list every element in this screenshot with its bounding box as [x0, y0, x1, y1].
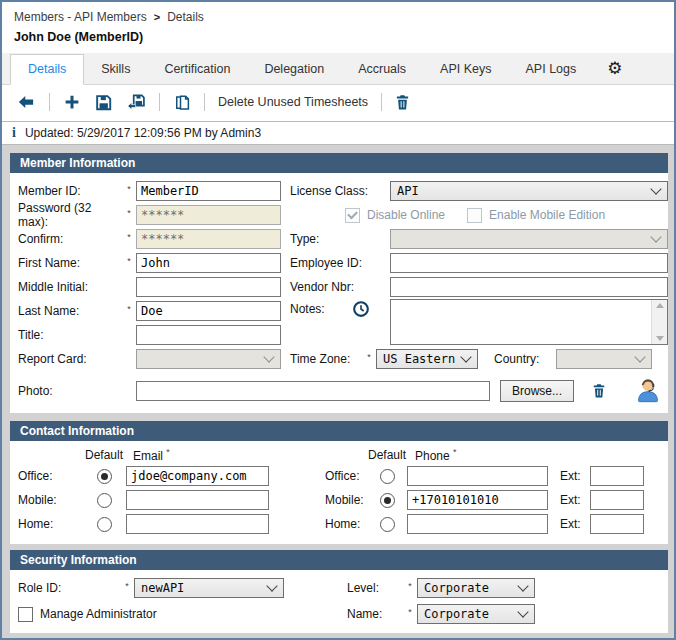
employee-id-label: Employee ID:: [290, 256, 376, 270]
title-input[interactable]: [136, 325, 281, 345]
chevron-down-icon: [517, 580, 528, 591]
save-button[interactable]: [94, 93, 113, 112]
photo-path-input[interactable]: [136, 381, 490, 401]
toolbar: Delete Unused Timesheets: [2, 85, 674, 119]
email-office-input[interactable]: [126, 466, 269, 486]
page-title: John Doe (MemberID): [14, 30, 662, 44]
email-mobile-input[interactable]: [126, 490, 269, 510]
employee-id-input[interactable]: [390, 253, 668, 273]
phone-default-column-header: Default: [367, 448, 407, 462]
form-content: Member Information Member ID: * Password…: [2, 145, 674, 640]
first-name-input[interactable]: [136, 253, 281, 273]
name-label: Name:: [347, 607, 403, 621]
required-mark: *: [403, 607, 417, 617]
tab-api-logs[interactable]: API Logs: [509, 54, 594, 84]
tab-details[interactable]: Details: [10, 54, 84, 85]
report-card-select[interactable]: [136, 349, 281, 369]
phone-mobile-ext-input[interactable]: [590, 490, 644, 510]
phone-home-ext-input[interactable]: [590, 514, 644, 534]
status-bar: i Updated: 5/29/2017 12:09:56 PM by Admi…: [2, 121, 674, 145]
chevron-down-icon: [634, 351, 645, 362]
phone-office-default-radio[interactable]: [380, 469, 395, 484]
time-zone-select[interactable]: US Eastern: [376, 349, 478, 369]
scroll-up-icon: [656, 303, 664, 308]
notes-history-clock-button[interactable]: [352, 299, 390, 318]
delete-photo-button[interactable]: [592, 383, 606, 399]
confirm-password-label: Confirm:: [18, 232, 122, 246]
last-name-input[interactable]: [136, 301, 281, 321]
tab-delegation[interactable]: Delegation: [247, 54, 341, 84]
breadcrumb-parent-link[interactable]: Members - API Members: [14, 10, 147, 24]
manage-administrator-label: Manage Administrator: [40, 607, 157, 621]
delete-member-button[interactable]: [395, 94, 410, 111]
type-select[interactable]: [390, 229, 668, 249]
delete-unused-timesheets-button[interactable]: Delete Unused Timesheets: [218, 95, 368, 109]
email-home-input[interactable]: [126, 514, 269, 534]
country-label: Country:: [494, 352, 548, 366]
chevron-down-icon: [460, 351, 471, 362]
middle-initial-input[interactable]: [136, 277, 281, 297]
browse-button[interactable]: Browse...: [500, 380, 574, 402]
email-mobile-default-radio[interactable]: [97, 493, 112, 508]
tab-skills[interactable]: Skills: [84, 54, 147, 84]
required-mark: *: [403, 581, 417, 591]
tab-certification[interactable]: Certification: [147, 54, 247, 84]
copy-document-icon: [173, 93, 191, 112]
report-card-label: Report Card:: [18, 352, 122, 366]
back-button[interactable]: [16, 93, 36, 111]
breadcrumb: Members - API Members > Details: [14, 10, 662, 24]
photo-label: Photo:: [18, 384, 122, 398]
disable-online-checkbox[interactable]: [345, 208, 360, 223]
role-id-label: Role ID:: [18, 581, 120, 595]
copy-button[interactable]: [173, 93, 191, 112]
required-mark: *: [120, 581, 134, 591]
tab-bar: Details Skills Certification Delegation …: [2, 53, 674, 85]
phone-home-ext-label: Ext:: [548, 517, 590, 531]
role-id-select[interactable]: newAPI: [134, 578, 284, 598]
security-information-panel: Role ID: * newAPI Level: * Corporate Man…: [10, 570, 668, 633]
phone-home-default-radio[interactable]: [380, 517, 395, 532]
notes-textarea[interactable]: [390, 299, 668, 345]
phone-mobile-ext-label: Ext:: [548, 493, 590, 507]
member-id-input[interactable]: [136, 181, 281, 201]
vendor-nbr-input[interactable]: [390, 277, 668, 297]
required-mark: *: [122, 232, 136, 242]
level-label: Level:: [347, 581, 403, 595]
chevron-down-icon: [517, 606, 528, 617]
name-select[interactable]: Corporate: [417, 604, 535, 624]
email-default-column-header: Default: [82, 448, 126, 462]
country-select[interactable]: [556, 349, 652, 369]
tab-api-keys[interactable]: API Keys: [423, 54, 508, 84]
license-class-label: License Class:: [290, 184, 376, 198]
back-arrow-icon: [16, 93, 36, 111]
phone-office-ext-input[interactable]: [590, 466, 644, 486]
license-class-select[interactable]: API: [390, 181, 668, 201]
enable-mobile-edition-checkbox[interactable]: [467, 208, 482, 223]
phone-mobile-default-radio[interactable]: [380, 493, 395, 508]
chevron-down-icon: [266, 580, 277, 591]
phone-office-input[interactable]: [407, 466, 548, 486]
info-icon: i: [12, 125, 16, 141]
phone-home-input[interactable]: [407, 514, 548, 534]
tab-accruals[interactable]: Accruals: [341, 54, 423, 84]
settings-gear-icon[interactable]: ⚙: [607, 54, 622, 84]
save-and-return-button[interactable]: [126, 93, 146, 112]
phone-mobile-input[interactable]: [407, 490, 548, 510]
email-office-default-radio[interactable]: [97, 469, 112, 484]
level-select[interactable]: Corporate: [417, 578, 535, 598]
add-button[interactable]: [63, 93, 81, 111]
email-home-default-radio[interactable]: [97, 517, 112, 532]
enable-mobile-edition-label: Enable Mobile Edition: [489, 208, 605, 222]
page-header: Members - API Members > Details John Doe…: [2, 2, 674, 44]
member-id-label: Member ID:: [18, 184, 122, 198]
phone-home-label: Home:: [325, 517, 367, 531]
manage-administrator-checkbox[interactable]: [18, 607, 33, 622]
updated-status-text: Updated: 5/29/2017 12:09:56 PM by Admin3: [25, 126, 261, 140]
chevron-down-icon: [263, 351, 274, 362]
security-information-header: Security Information: [10, 550, 668, 570]
required-mark: *: [122, 256, 136, 266]
confirm-password-field[interactable]: [136, 229, 281, 249]
toolbar-separator: [204, 93, 205, 111]
contact-information-panel: Default Email * Office: Mobile: Home:: [10, 441, 668, 544]
password-field[interactable]: [136, 205, 281, 225]
